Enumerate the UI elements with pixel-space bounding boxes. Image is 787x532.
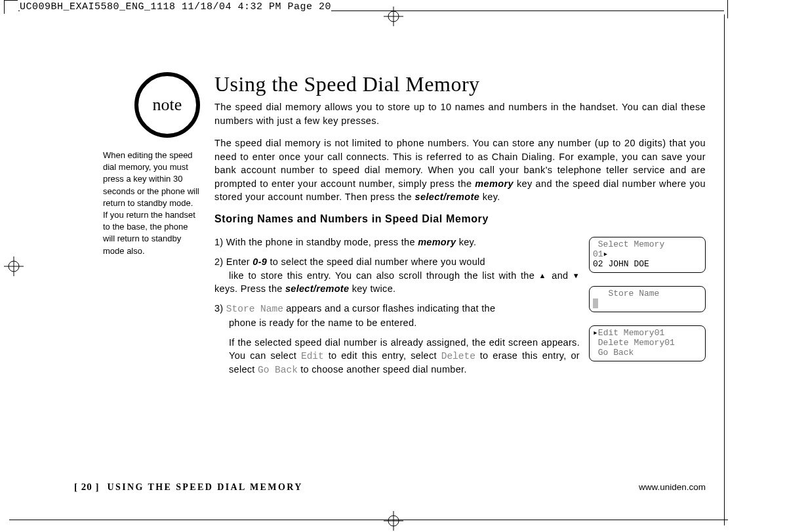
registration-mark-left: [4, 256, 24, 276]
steps: 1) With the phone in standby mode, press…: [214, 235, 580, 384]
registration-mark-top: [384, 7, 403, 26]
lcd-store-name: Store Name a: [589, 286, 706, 312]
crop-mark-top-left: [4, 0, 18, 14]
registration-mark-bottom: [384, 511, 403, 531]
footer-url: www.uniden.com: [639, 482, 706, 492]
main-column: Using the Speed Dial Memory The speed di…: [205, 72, 706, 477]
step-1: 1) With the phone in standby mode, press…: [214, 235, 580, 249]
sidebar: note When editing the speed dial memory,…: [74, 72, 205, 477]
lcd-screens: Select Memory 01▸ 02 JOHN DOE Store Name…: [589, 235, 706, 361]
note-badge: note: [134, 72, 200, 138]
lcd-edit-menu: ▸Edit Memory01 Delete Memory01 Go Back: [589, 325, 706, 361]
intro-paragraph-2: The speed dial memory is not limited to …: [214, 136, 706, 204]
footer: [ 20 ] USING THE SPEED DIAL MEMORY www.u…: [74, 481, 706, 493]
page-number: [ 20 ]: [74, 481, 100, 493]
crop-tick-top-right: [727, 0, 728, 18]
step-2: 2) Enter 0-9 to select the speed dial nu…: [214, 255, 580, 295]
page-title: Using the Speed Dial Memory: [214, 72, 706, 96]
slug-line: UC009BH_EXAI5580_ENG_1118 11/18/04 4:32 …: [20, 1, 331, 12]
intro-paragraph-1: The speed dial memory allows you to stor…: [214, 100, 706, 127]
lcd-select-memory: Select Memory 01▸ 02 JOHN DOE: [589, 237, 706, 273]
content-area: note When editing the speed dial memory,…: [74, 72, 706, 477]
trim-line-bottom: [9, 520, 728, 520]
section-heading: Storing Names and Numbers in Speed Dial …: [214, 213, 706, 225]
note-text: When editing the speed dial memory, you …: [103, 150, 200, 257]
trim-line-right: [724, 14, 725, 525]
step-3: 3) Store Name appears and a cursor flash…: [214, 302, 580, 329]
step-3b: If the selected speed dial number is alr…: [214, 336, 580, 377]
footer-title: USING THE SPEED DIAL MEMORY: [108, 482, 303, 493]
